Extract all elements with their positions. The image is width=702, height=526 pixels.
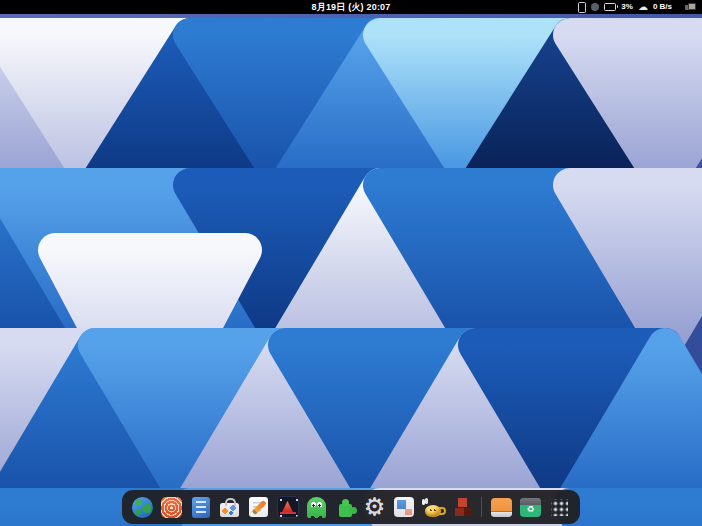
cloud-download-icon: ☁ — [638, 0, 648, 14]
orange-rings-icon — [161, 497, 182, 518]
dock-item-removable-drive[interactable] — [489, 493, 514, 521]
dock-item-graphs[interactable] — [275, 493, 300, 521]
desktop-wallpaper — [0, 0, 702, 526]
globe-icon — [132, 497, 153, 518]
green-puzzle-icon — [339, 504, 352, 517]
dock: ⚙ ♻ — [122, 490, 580, 524]
dock-item-files[interactable] — [188, 493, 213, 521]
shapes-card-icon — [394, 497, 414, 517]
battery-percent-label: 3% — [621, 0, 633, 14]
show-apps-button[interactable] — [547, 493, 572, 521]
chart-peak-icon — [277, 496, 299, 518]
tray-windows-icon[interactable] — [684, 0, 697, 14]
notepad-pencil-icon — [249, 497, 268, 517]
network-rate-label: 0 B/s — [653, 0, 672, 14]
top-bar: 8月19日 (火) 20:07 3% ☁ 0 B/s — [0, 0, 702, 14]
dock-item-tea-timer[interactable] — [420, 493, 445, 521]
orange-drive-icon — [491, 498, 512, 517]
battery-icon — [604, 3, 616, 11]
recycle-glyph: ♻ — [526, 505, 534, 514]
dock-item-web-browser[interactable] — [130, 493, 155, 521]
app-grid-icon — [551, 499, 568, 516]
gear-icon: ⚙ — [364, 495, 386, 519]
phone-icon — [578, 2, 586, 13]
file-cabinet-icon — [192, 497, 210, 518]
dock-separator — [481, 497, 482, 517]
dock-item-text-editor[interactable] — [246, 493, 271, 521]
dock-item-extensions[interactable] — [333, 493, 358, 521]
trash-recycle-icon: ♻ — [520, 498, 541, 517]
dock-item-software[interactable] — [217, 493, 242, 521]
dock-item-shapes-app[interactable] — [391, 493, 416, 521]
quick-settings-button[interactable]: 3% ☁ 0 B/s — [574, 0, 676, 14]
dock-item-ghost-game[interactable] — [304, 493, 329, 521]
clock-button[interactable]: 8月19日 (火) 20:07 — [303, 0, 398, 14]
sensor-dot-icon — [591, 3, 599, 11]
dock-item-settings[interactable]: ⚙ — [362, 493, 387, 521]
teapot-icon — [425, 505, 441, 517]
dock-item-disk-usage[interactable] — [159, 493, 184, 521]
dock-item-trash[interactable]: ♻ — [518, 493, 543, 521]
top-bar-right: 3% ☁ 0 B/s — [574, 0, 702, 14]
red-blocks-icon — [451, 496, 473, 518]
green-ghost-icon — [307, 497, 326, 518]
dock-item-blocks-app[interactable] — [449, 493, 474, 521]
shopping-bag-icon — [220, 503, 239, 517]
